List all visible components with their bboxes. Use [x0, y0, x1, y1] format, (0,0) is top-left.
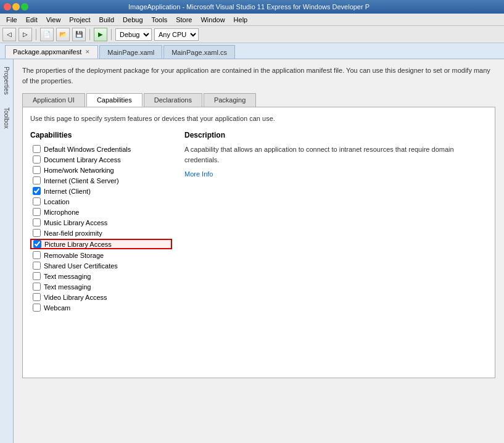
cap-webcam[interactable]: Webcam	[30, 303, 172, 312]
toolbar-save-btn[interactable]: 💾	[72, 28, 86, 41]
cap-home-networking[interactable]: Home/work Networking	[30, 165, 172, 175]
panel-columns: Capabilities Default Windows Credentials…	[30, 131, 487, 313]
tab-packaging-label: Packaging	[214, 96, 246, 104]
content-area: The properties of the deployment package…	[14, 59, 504, 443]
cap-internet-client[interactable]: Internet (Client)	[30, 186, 172, 196]
cap-internet-client-server[interactable]: Internet (Client & Server)	[30, 176, 172, 185]
cap-location-checkbox[interactable]	[33, 197, 41, 205]
cap-near-field-proximity-checkbox[interactable]	[33, 229, 41, 237]
tab-application-ui[interactable]: Application UI	[22, 93, 85, 107]
side-toolbox-label[interactable]: Toolbox	[3, 107, 10, 128]
cap-text-messaging-2[interactable]: Text messaging	[30, 282, 172, 291]
minimize-button[interactable]	[12, 3, 20, 10]
cap-text-messaging-1-checkbox[interactable]	[33, 272, 41, 280]
toolbar-sep-3	[111, 29, 112, 40]
cap-removable-storage[interactable]: Removable Storage	[30, 250, 172, 260]
cap-text-messaging-1-label: Text messaging	[44, 273, 91, 280]
cap-microphone-label: Microphone	[44, 209, 79, 216]
menu-store[interactable]: Store	[172, 15, 196, 25]
cap-video-library-access-label: Video Library Access	[44, 294, 107, 301]
menu-debug[interactable]: Debug	[119, 15, 146, 25]
run-button[interactable]: ▶	[94, 28, 107, 41]
window-title: ImageApplication - Microsoft Visual Stud…	[128, 3, 370, 10]
tab-capabilities-label: Capabilities	[97, 96, 132, 104]
cap-document-library-access-label: Document Library Access	[44, 156, 121, 164]
cap-webcam-checkbox[interactable]	[33, 304, 41, 312]
cap-text-messaging-1[interactable]: Text messaging	[30, 271, 172, 281]
toolbar-forward-btn[interactable]: ▷	[19, 28, 32, 41]
tab-mainpage-xamlcs[interactable]: MainPage.xaml.cs	[163, 45, 235, 59]
cap-text-messaging-2-checkbox[interactable]	[33, 283, 41, 291]
menu-bar: File Edit View Project Build Debug Tools…	[0, 14, 504, 26]
tab-packaging[interactable]: Packaging	[204, 93, 256, 107]
cap-default-windows-credentials[interactable]: Default Windows Credentials	[30, 144, 172, 154]
cap-video-library-access-checkbox[interactable]	[33, 293, 41, 301]
cap-home-networking-label: Home/work Networking	[44, 167, 114, 174]
cap-internet-client-label: Internet (Client)	[44, 188, 91, 195]
cap-document-library-access[interactable]: Document Library Access	[30, 155, 172, 164]
menu-edit[interactable]: Edit	[22, 15, 41, 25]
description-col: Description A capability that allows an …	[184, 131, 487, 313]
cap-microphone[interactable]: Microphone	[30, 207, 172, 217]
cap-picture-library-access-checkbox[interactable]	[33, 240, 41, 248]
panel-instructions: Use this page to specify system features…	[30, 115, 487, 122]
side-properties-label[interactable]: Properties	[3, 67, 10, 95]
cap-music-library-access[interactable]: Music Library Access	[30, 218, 172, 227]
cap-microphone-checkbox[interactable]	[33, 208, 41, 216]
cap-default-windows-credentials-label: Default Windows Credentials	[44, 146, 131, 153]
cap-document-library-access-checkbox[interactable]	[33, 155, 41, 164]
menu-project[interactable]: Project	[65, 15, 94, 25]
description-header: Description	[184, 131, 487, 139]
cpu-select[interactable]: Any CPU	[154, 28, 199, 41]
cap-video-library-access[interactable]: Video Library Access	[30, 292, 172, 302]
debug-config-select[interactable]: Debug	[115, 28, 152, 41]
close-button[interactable]	[4, 3, 11, 10]
menu-window[interactable]: Window	[197, 15, 228, 25]
cap-music-library-access-label: Music Library Access	[44, 219, 107, 226]
cap-location[interactable]: Location	[30, 197, 172, 206]
tab-manifest[interactable]: Package.appxmanifest ✕	[5, 45, 98, 59]
toolbar-new-btn[interactable]: 📄	[40, 28, 54, 41]
capabilities-list-col: Capabilities Default Windows Credentials…	[30, 131, 172, 313]
toolbar-sep-2	[89, 29, 90, 40]
cap-shared-user-certs-checkbox[interactable]	[33, 262, 41, 270]
maximize-button[interactable]	[21, 3, 28, 10]
cap-picture-library-access[interactable]: Picture Library Access	[30, 239, 172, 249]
cap-removable-storage-checkbox[interactable]	[33, 251, 41, 259]
cap-internet-client-server-checkbox[interactable]	[33, 176, 41, 184]
page-description: The properties of the deployment package…	[22, 65, 495, 86]
cap-shared-user-certs[interactable]: Shared User Certificates	[30, 261, 172, 270]
menu-tools[interactable]: Tools	[148, 15, 171, 25]
cap-internet-client-server-label: Internet (Client & Server)	[44, 177, 119, 184]
tab-manifest-close[interactable]: ✕	[85, 49, 90, 55]
toolbar-back-btn[interactable]: ◁	[2, 28, 16, 41]
main-layout: Properties Toolbox The properties of the…	[0, 59, 504, 443]
menu-build[interactable]: Build	[96, 15, 118, 25]
description-body: A capability that allows an application …	[184, 144, 487, 165]
toolbar-open-btn[interactable]: 📂	[56, 28, 70, 41]
tab-capabilities[interactable]: Capabilities	[86, 93, 143, 107]
more-info-link[interactable]: More Info	[184, 170, 213, 178]
tab-manifest-label: Package.appxmanifest	[13, 48, 81, 56]
window-controls[interactable]	[4, 3, 28, 10]
inner-tab-bar: Application UI Capabilities Declarations…	[22, 93, 495, 107]
cap-music-library-access-checkbox[interactable]	[33, 218, 41, 226]
cap-internet-client-checkbox[interactable]	[33, 187, 41, 195]
cap-near-field-proximity[interactable]: Near-field proximity	[30, 228, 172, 238]
cap-shared-user-certs-label: Shared User Certificates	[44, 262, 118, 270]
capabilities-panel: Use this page to specify system features…	[22, 107, 495, 378]
cap-default-windows-credentials-checkbox[interactable]	[33, 145, 41, 153]
menu-help[interactable]: Help	[230, 15, 252, 25]
cap-home-networking-checkbox[interactable]	[33, 166, 41, 174]
menu-file[interactable]: File	[2, 15, 21, 25]
cap-location-label: Location	[44, 198, 70, 205]
toolbar-sep-1	[36, 29, 36, 40]
tab-declarations[interactable]: Declarations	[144, 93, 202, 107]
cap-text-messaging-2-label: Text messaging	[44, 283, 91, 291]
title-bar: ImageApplication - Microsoft Visual Stud…	[0, 0, 504, 14]
tab-mainpage-xaml-label: MainPage.xaml	[107, 49, 154, 56]
side-panel: Properties Toolbox	[0, 59, 14, 443]
menu-view[interactable]: View	[43, 15, 65, 25]
tab-application-ui-label: Application UI	[33, 96, 75, 104]
tab-mainpage-xaml[interactable]: MainPage.xaml	[99, 45, 162, 59]
